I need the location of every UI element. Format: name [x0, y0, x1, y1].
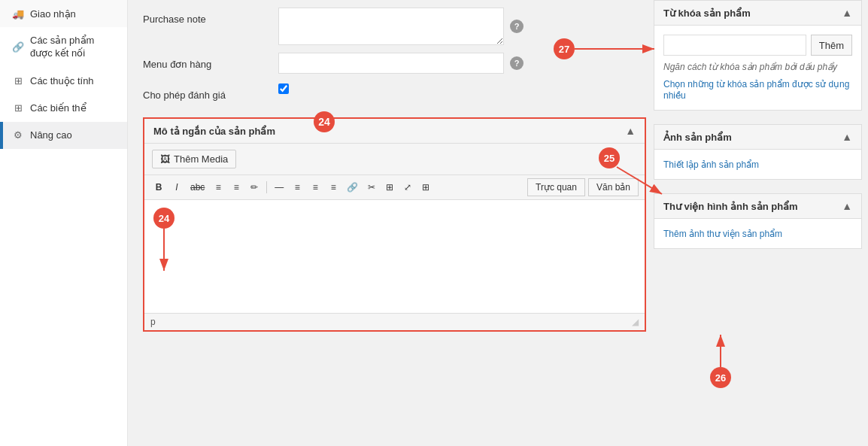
fullscreen-btn[interactable]: ⤢ [399, 179, 416, 196]
view-tabs: Trực quan Văn bản [527, 178, 639, 196]
ordered-list-btn[interactable]: ≡ [228, 179, 244, 196]
product-tags-body: Thêm Ngăn cách từ khóa sản phẩm bởi dấu … [654, 26, 861, 110]
align-center-btn[interactable]: ≡ [307, 179, 323, 196]
unlink-btn[interactable]: ✂ [363, 179, 380, 196]
sidebar-item-san-pham-ket-noi[interactable]: 🔗 Các sản phẩm được kết nối [0, 27, 127, 68]
bold-btn[interactable]: B [150, 179, 167, 196]
set-product-image-link[interactable]: Thiết lập ảnh sản phẩm [663, 159, 759, 170]
purchase-note-label: Purchase note [143, 8, 278, 31]
tags-hint: Ngăn cách từ khóa sản phẩm bởi dấu phẩy [663, 62, 852, 72]
align-left-btn[interactable]: ≡ [289, 179, 305, 196]
product-image-header: Ảnh sản phẩm ▲ [654, 125, 861, 150]
product-tags-header: Từ khóa sản phẩm ▲ [654, 1, 861, 26]
cho-phep-danh-gia-label: Cho phép đánh giá [143, 83, 278, 107]
product-tags-widget: Từ khóa sản phẩm ▲ Thêm Ngăn cách từ khó… [654, 0, 862, 111]
product-gallery-title: Thư viện hình ảnh sản phẩm [663, 201, 798, 212]
editor-tag-label: p [150, 317, 156, 327]
resize-handle: ◢ [632, 317, 639, 327]
sidebar: 🚚 Giao nhận 🔗 Các sản phẩm được kết nối … [0, 0, 128, 446]
cho-phep-danh-gia-checkbox[interactable] [278, 83, 289, 94]
menu-don-hang-field: 0 ? [278, 53, 646, 74]
hr-btn[interactable]: — [271, 179, 287, 196]
product-tags-collapse-btn[interactable]: ▲ [842, 7, 852, 19]
tag-input[interactable] [663, 35, 806, 56]
unordered-list-btn[interactable]: ≡ [210, 179, 226, 196]
product-gallery-collapse-btn[interactable]: ▲ [842, 200, 852, 212]
special-btn[interactable]: ✏ [246, 179, 263, 196]
add-media-button[interactable]: 🖼 Thêm Media [152, 150, 236, 168]
gear-icon: ⚙ [12, 129, 24, 141]
product-image-title: Ảnh sản phẩm [663, 132, 732, 143]
cho-phep-danh-gia-field [278, 83, 646, 94]
menu-don-hang-label: Menu đơn hàng [143, 53, 278, 76]
popular-tags-link[interactable]: Chọn những từ khóa sản phẩm được sử dụng… [663, 79, 849, 101]
link-btn[interactable]: 🔗 [343, 179, 362, 196]
editor-area[interactable] [144, 200, 645, 313]
table-btn[interactable]: ⊞ [381, 179, 398, 196]
toolbar-sep-1 [266, 181, 267, 193]
short-desc-collapse-btn[interactable]: ▲ [625, 125, 636, 137]
short-desc-header: Mô tả ngắn của sản phẩm ▲ [144, 119, 645, 144]
purchase-note-field: ? [278, 8, 646, 45]
add-media-bar: 🖼 Thêm Media [144, 144, 645, 175]
purchase-note-row: Purchase note ? [143, 8, 646, 45]
short-desc-title: Mô tả ngắn của sản phẩm [153, 126, 275, 137]
truc-quan-tab[interactable]: Trực quan [527, 178, 585, 196]
sidebar-item-thuoc-tinh[interactable]: ⊞ Các thuộc tính [0, 68, 127, 95]
product-gallery-widget: Thư viện hình ảnh sản phẩm ▲ Thêm ảnh th… [654, 193, 862, 249]
align-right-btn[interactable]: ≡ [325, 179, 341, 196]
product-gallery-header: Thư viện hình ảnh sản phẩm ▲ [654, 194, 861, 219]
sidebar-item-giao-nhan[interactable]: 🚚 Giao nhận [0, 0, 127, 27]
editor-footer: p ◢ [144, 313, 645, 330]
toolbar-view-row: B I abc ≡ ≡ ✏ — ≡ ≡ ≡ 🔗 ✂ ⊞ ⤢ ⊞ [144, 175, 645, 200]
product-image-widget: Ảnh sản phẩm ▲ Thiết lập ảnh sản phẩm [654, 124, 862, 180]
tag-input-row: Thêm [663, 35, 852, 56]
menu-don-hang-row: Menu đơn hàng 0 ? [143, 53, 646, 76]
van-ban-tab[interactable]: Văn bản [588, 178, 639, 196]
table-icon: ⊞ [12, 75, 24, 87]
strikethrough-btn[interactable]: abc [187, 179, 208, 196]
right-panel: Từ khóa sản phẩm ▲ Thêm Ngăn cách từ khó… [654, 0, 868, 446]
link-icon: 🔗 [12, 41, 24, 53]
product-image-collapse-btn[interactable]: ▲ [842, 131, 852, 143]
sidebar-item-bien-the[interactable]: ⊞ Các biến thể [0, 95, 127, 122]
more-btn[interactable]: ⊞ [417, 179, 434, 196]
media-icon: 🖼 [160, 153, 170, 165]
product-tags-title: Từ khóa sản phẩm [663, 8, 751, 19]
sidebar-item-nang-cao[interactable]: ⚙ Nâng cao [0, 122, 127, 149]
them-button[interactable]: Thêm [811, 35, 852, 56]
menu-don-hang-input[interactable]: 0 [278, 53, 504, 74]
editor-toolbar: B I abc ≡ ≡ ✏ — ≡ ≡ ≡ 🔗 ✂ ⊞ ⤢ ⊞ [150, 179, 434, 196]
truck-icon: 🚚 [12, 8, 24, 20]
purchase-note-textarea[interactable] [278, 8, 504, 45]
menu-don-hang-help-icon[interactable]: ? [510, 56, 524, 70]
grid-icon: ⊞ [12, 102, 24, 114]
purchase-note-help-icon[interactable]: ? [510, 20, 524, 33]
cho-phep-danh-gia-row: Cho phép đánh giá [143, 83, 646, 107]
editor-content[interactable] [144, 200, 645, 313]
product-gallery-body: Thêm ảnh thư viện sản phẩm [654, 219, 861, 248]
product-image-body: Thiết lập ảnh sản phẩm [654, 150, 861, 179]
short-desc-box: Mô tả ngắn của sản phẩm ▲ 🖼 Thêm Media B… [143, 117, 646, 332]
annotation-24: 24 [314, 111, 335, 132]
add-gallery-image-link[interactable]: Thêm ảnh thư viện sản phẩm [663, 229, 782, 239]
italic-btn[interactable]: I [168, 179, 185, 196]
